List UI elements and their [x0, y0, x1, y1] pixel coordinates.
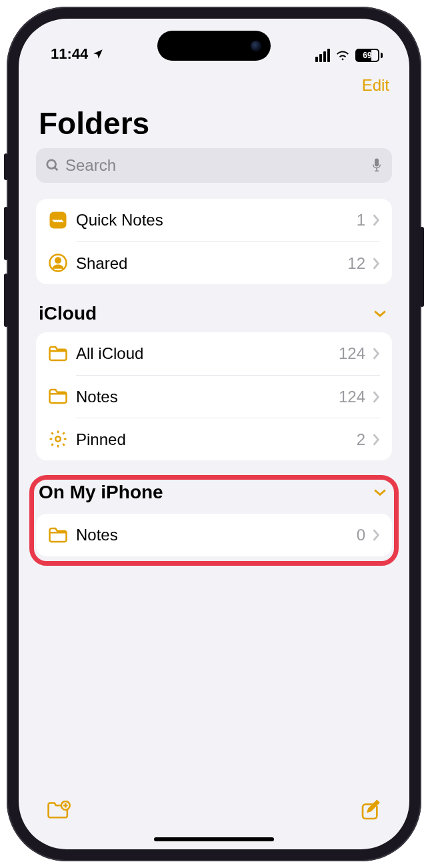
folder-icon [48, 526, 76, 544]
section-title: On My iPhone [39, 482, 163, 503]
chevron-down-icon [373, 488, 387, 497]
side-button [4, 153, 8, 180]
row-label: All iCloud [76, 344, 339, 363]
edit-button[interactable]: Edit [362, 76, 389, 95]
row-count: 124 [339, 344, 365, 363]
location-icon [92, 48, 104, 60]
folder-row-notes-icloud[interactable]: Notes 124 [36, 375, 392, 418]
folder-row-notes-local[interactable]: Notes 0 [36, 514, 392, 556]
gear-icon [48, 429, 76, 449]
svg-point-10 [55, 436, 61, 442]
folder-row-quick-notes[interactable]: Quick Notes 1 [36, 199, 392, 242]
new-note-button[interactable] [360, 800, 381, 821]
on-my-iphone-folders-group: Notes 0 [36, 514, 392, 556]
search-icon [45, 158, 60, 173]
nav-bar: Edit [19, 64, 409, 99]
row-count: 0 [357, 526, 365, 544]
page-title: Folders [19, 99, 409, 147]
wifi-icon [335, 48, 350, 63]
row-label: Pinned [76, 430, 357, 449]
folder-row-all-icloud[interactable]: All iCloud 124 [36, 332, 392, 375]
dynamic-island [157, 31, 271, 61]
row-label: Notes [76, 388, 339, 406]
chevron-right-icon [372, 528, 380, 542]
folder-icon [48, 345, 76, 362]
chevron-right-icon [372, 390, 380, 404]
chevron-right-icon [372, 213, 380, 227]
battery-icon: 69 [355, 49, 383, 62]
cellular-icon [315, 49, 330, 62]
search-input[interactable]: Search [36, 148, 392, 183]
row-label: Shared [76, 254, 347, 273]
folder-row-pinned[interactable]: Pinned 2 [36, 418, 392, 460]
chevron-down-icon [373, 309, 387, 318]
chevron-right-icon [372, 257, 380, 270]
row-count: 12 [347, 254, 365, 273]
system-folders-group: Quick Notes 1 Shared 12 [36, 199, 392, 284]
volume-up-button [4, 207, 8, 260]
home-indicator[interactable] [154, 837, 274, 841]
chevron-right-icon [372, 433, 380, 446]
screen: 11:44 69 Edit Fo [19, 19, 409, 849]
status-time: 11:44 [51, 45, 88, 63]
section-header-icloud[interactable]: iCloud [36, 284, 392, 328]
battery-level: 69 [363, 51, 371, 60]
svg-line-1 [55, 167, 58, 171]
quicknotes-icon [48, 210, 76, 230]
row-count: 2 [357, 430, 365, 449]
device-frame: 11:44 69 Edit Fo [7, 7, 421, 861]
section-title: iCloud [39, 303, 97, 324]
row-count: 1 [357, 211, 365, 230]
svg-rect-2 [375, 159, 379, 167]
row-label: Notes [76, 526, 357, 544]
front-camera [251, 41, 261, 51]
folder-row-shared[interactable]: Shared 12 [36, 242, 392, 284]
row-label: Quick Notes [76, 211, 357, 230]
svg-point-7 [55, 258, 61, 264]
bottom-toolbar [19, 791, 409, 837]
highlighted-section: On My iPhone Notes 0 [36, 463, 392, 556]
section-header-on-my-iphone[interactable]: On My iPhone [36, 463, 392, 507]
icloud-folders-group: All iCloud 124 Notes 124 [36, 332, 392, 460]
microphone-icon[interactable] [371, 157, 383, 173]
row-count: 124 [339, 388, 365, 406]
folder-icon [48, 388, 76, 405]
content: Quick Notes 1 Shared 12 [19, 183, 409, 791]
shared-icon [48, 253, 76, 273]
new-folder-button[interactable] [47, 801, 71, 821]
power-button [420, 227, 424, 307]
search-placeholder: Search [65, 156, 365, 175]
volume-down-button [4, 274, 8, 327]
svg-point-0 [47, 160, 56, 169]
chevron-right-icon [372, 347, 380, 360]
